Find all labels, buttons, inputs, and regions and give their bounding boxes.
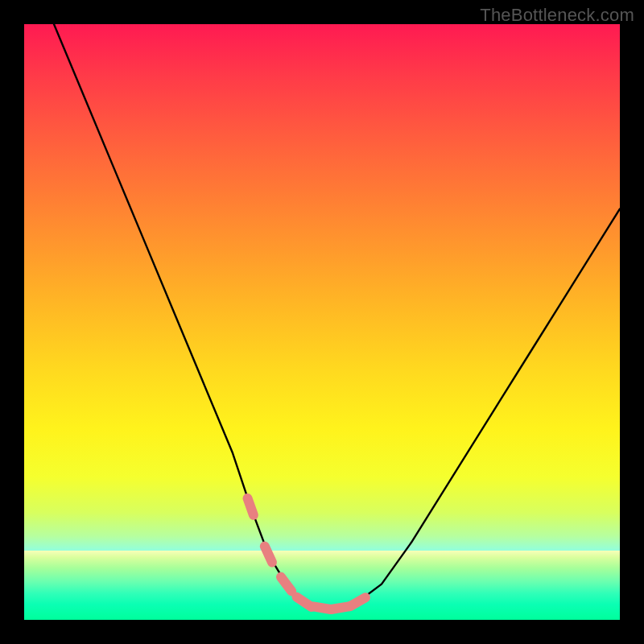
bottleneck-curve (24, 24, 620, 620)
chart-container: TheBottleneck.com (0, 0, 644, 644)
watermark-label: TheBottleneck.com (480, 5, 634, 26)
svg-line-0 (248, 498, 254, 515)
plot-area (24, 24, 620, 620)
green-gradient-band (24, 551, 620, 620)
